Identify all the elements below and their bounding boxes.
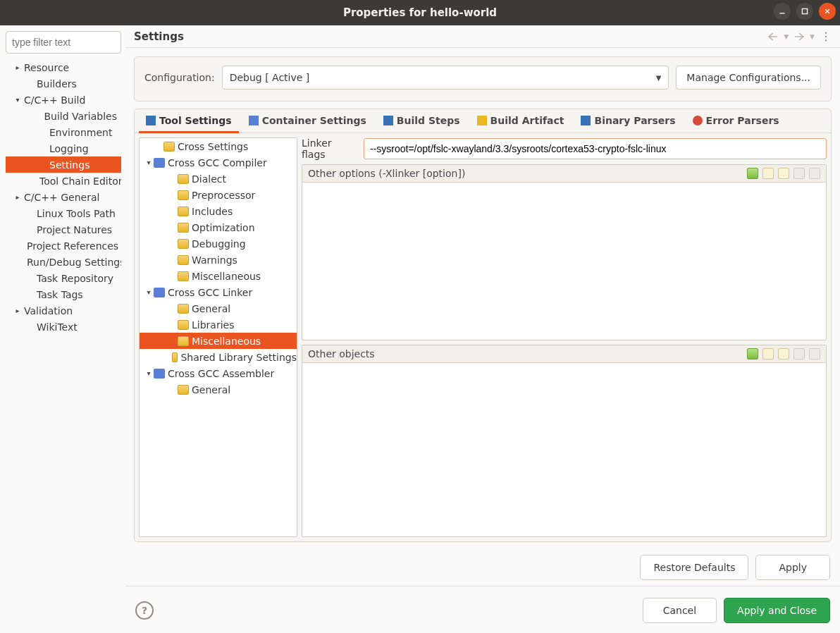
sidebar-item[interactable]: Task Tags — [6, 286, 121, 302]
tooltree-item-label: Cross GCC Linker — [168, 287, 252, 298]
tooltree-item[interactable]: ▾Cross GCC Compiler — [140, 154, 297, 171]
sidebar-item[interactable]: Logging — [6, 140, 121, 156]
tooltree-item-label: Includes — [192, 206, 233, 217]
sidebar-item-label: Task Repository — [35, 273, 113, 284]
sidebar-item[interactable]: WikiText — [6, 319, 121, 335]
other-options-toolbar — [747, 168, 820, 179]
tab[interactable]: Binary Parsers — [574, 109, 682, 133]
chevron-down-icon: ▼ — [656, 74, 662, 82]
sidebar-item[interactable]: Linux Tools Path — [6, 205, 121, 221]
folder-icon — [178, 304, 189, 314]
sidebar-item[interactable]: ▾C/C++ Build — [6, 92, 121, 108]
move-down-icon[interactable] — [809, 168, 820, 179]
collapse-icon[interactable]: ▾ — [144, 159, 154, 166]
sidebar-item[interactable]: Build Variables — [6, 108, 121, 124]
back-menu-icon[interactable]: ▼ — [784, 33, 789, 40]
forward-menu-icon[interactable]: ▼ — [810, 33, 815, 40]
tab[interactable]: Container Settings — [242, 109, 373, 133]
window-buttons — [774, 3, 836, 20]
back-icon[interactable] — [768, 32, 778, 41]
linker-flags-input[interactable] — [364, 138, 827, 159]
maximize-button[interactable] — [796, 3, 813, 20]
header-nav: ▼ ▼ ⋮ — [768, 30, 832, 43]
apply-button[interactable]: Apply — [755, 555, 830, 580]
tooltree-item[interactable]: Optimization — [140, 219, 297, 235]
tooltree-item[interactable]: Cross Settings — [140, 138, 297, 154]
tooltree-item[interactable]: Dialect — [140, 171, 297, 187]
move-down-icon[interactable] — [809, 348, 820, 359]
tooltree-item-label: Miscellaneous — [192, 271, 261, 282]
sidebar-item[interactable]: Project References — [6, 238, 121, 254]
expand-icon[interactable]: ▸ — [13, 193, 23, 201]
other-options-body[interactable] — [302, 183, 826, 340]
sidebar-item[interactable]: ▸C/C++ General — [6, 189, 121, 205]
tooltree-item[interactable]: General — [140, 300, 297, 316]
collapse-icon[interactable]: ▾ — [144, 288, 154, 296]
tab[interactable]: Build Artifact — [470, 109, 572, 133]
sidebar-item-label: Task Tags — [35, 289, 83, 300]
edit-icon[interactable] — [762, 168, 774, 179]
sidebar-item-label: C/C++ General — [23, 192, 99, 203]
sidebar-item[interactable]: Run/Debug Settings — [6, 254, 121, 270]
linker-flags-label: Linker flags — [302, 137, 357, 160]
collapse-icon[interactable]: ▾ — [144, 369, 154, 377]
sidebar-item[interactable]: ▸Resource — [6, 59, 121, 75]
add-icon[interactable] — [747, 168, 758, 179]
tooltree-item[interactable]: ▾Cross GCC Linker — [140, 284, 297, 300]
sidebar-item[interactable]: ▸Validation — [6, 302, 121, 319]
tab[interactable]: Error Parsers — [686, 109, 786, 133]
delete-icon[interactable] — [778, 348, 789, 359]
tab-icon — [249, 116, 259, 125]
tooltree-item[interactable]: Miscellaneous — [140, 333, 297, 349]
sidebar-item[interactable]: Project Natures — [6, 221, 121, 238]
expand-icon[interactable]: ▸ — [13, 307, 23, 314]
tooltree-item[interactable]: Libraries — [140, 316, 297, 333]
tooltree-item[interactable]: Preprocessor — [140, 187, 297, 203]
tooltree-item[interactable]: Miscellaneous — [140, 268, 297, 284]
sidebar-item-label: Builders — [35, 78, 77, 90]
edit-icon[interactable] — [762, 348, 774, 359]
tooltree-item[interactable]: Warnings — [140, 252, 297, 268]
configuration-bar: Configuration: Debug [ Active ] ▼ Manage… — [134, 56, 832, 102]
tool-settings-tree[interactable]: Cross Settings▾Cross GCC CompilerDialect… — [139, 137, 297, 537]
sidebar-item-label: Project Natures — [35, 224, 112, 235]
content: Settings ▼ ▼ ⋮ Configuration: Deb — [125, 25, 840, 633]
tooltree-item[interactable]: Shared Library Settings — [140, 349, 297, 365]
delete-icon[interactable] — [778, 168, 789, 179]
sidebar-item[interactable]: Environment — [6, 124, 121, 140]
move-up-icon[interactable] — [793, 168, 805, 179]
manage-configurations-button[interactable]: Manage Configurations... — [676, 66, 821, 90]
expand-icon[interactable]: ▸ — [13, 63, 23, 71]
sidebar-item[interactable]: Tool Chain Editor — [6, 173, 121, 189]
cancel-button[interactable]: Cancel — [643, 598, 717, 623]
view-menu-icon[interactable]: ⋮ — [820, 30, 832, 43]
forward-icon[interactable] — [794, 32, 804, 41]
tooltree-item[interactable]: ▾Cross GCC Assembler — [140, 365, 297, 381]
apply-and-close-button[interactable]: Apply and Close — [724, 598, 830, 623]
page-title: Settings — [134, 30, 184, 43]
tooltree-item[interactable]: Includes — [140, 203, 297, 219]
folder-icon — [178, 385, 189, 395]
footer-1: Restore Defaults Apply — [125, 551, 840, 580]
move-up-icon[interactable] — [793, 348, 805, 359]
close-button[interactable] — [819, 3, 836, 20]
sidebar-item[interactable]: Builders — [6, 75, 121, 92]
sidebar-item[interactable]: Task Repository — [6, 270, 121, 286]
tooltree-item[interactable]: Debugging — [140, 235, 297, 252]
configuration-select[interactable]: Debug [ Active ] ▼ — [222, 66, 669, 90]
other-objects-list: Other objects — [302, 345, 827, 537]
sidebar-item[interactable]: Settings — [6, 156, 121, 173]
window: Properties for hello-world ▸ResourceBuil… — [0, 0, 840, 633]
tab[interactable]: Build Steps — [376, 109, 467, 133]
help-icon[interactable]: ? — [135, 601, 154, 620]
collapse-icon[interactable]: ▾ — [13, 96, 23, 104]
tab[interactable]: Tool Settings — [139, 109, 239, 133]
folder-icon — [178, 207, 189, 216]
tooltree-item[interactable]: General — [140, 381, 297, 398]
add-icon[interactable] — [747, 348, 758, 359]
restore-defaults-button[interactable]: Restore Defaults — [640, 555, 748, 580]
other-objects-body[interactable] — [302, 363, 826, 536]
minimize-button[interactable] — [774, 3, 791, 20]
folder-icon — [163, 142, 175, 152]
filter-input[interactable] — [6, 31, 121, 54]
